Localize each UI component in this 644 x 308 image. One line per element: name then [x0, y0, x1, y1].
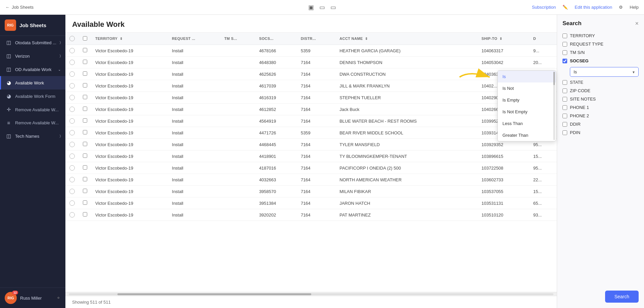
cell-acct: NORTH AMERICAN WEATHER — [335, 174, 477, 186]
pdin-checkbox[interactable] — [562, 130, 567, 135]
row-checkbox[interactable] — [83, 165, 87, 170]
row-checkbox[interactable] — [83, 60, 87, 64]
sidebar-item-remove-aw1[interactable]: ✛ Remove Available W... — [0, 103, 65, 116]
dropdown-option-is-not[interactable]: Is Not — [498, 82, 556, 94]
topbar-back-button[interactable]: ← Job Sheets — [5, 5, 34, 10]
avatar[interactable]: RIG 12 — [5, 292, 17, 304]
bell-icon[interactable]: ⚬ — [56, 295, 61, 301]
row-circle[interactable] — [69, 48, 75, 53]
table-row: Victor Escobedo-19 Install 4648380 7164 … — [65, 57, 557, 68]
row-circle[interactable] — [69, 107, 75, 112]
cell-socs: 4187016 — [255, 162, 297, 174]
dropdown-option-less-than[interactable]: Less Than — [498, 118, 556, 129]
row-circle[interactable] — [69, 83, 75, 88]
request-type-checkbox[interactable] — [562, 42, 567, 47]
table-row: Victor Escobedo-19 Install 4617039 7164 … — [65, 80, 557, 92]
cell-d: 20... — [529, 57, 557, 68]
row-checkbox[interactable] — [83, 83, 87, 87]
dropdown-option-is-empty[interactable]: Is Empty — [498, 94, 556, 106]
sidebar-item-available-work[interactable]: ◕ Available Work — [0, 76, 65, 89]
row-circle[interactable] — [69, 118, 75, 124]
row-circle[interactable] — [69, 71, 75, 77]
row-checkbox[interactable] — [83, 130, 87, 134]
sidebar-item-tech-names-label: Tech Names — [15, 134, 39, 139]
remove-aw1-icon: ✛ — [6, 107, 12, 113]
row-circle[interactable] — [69, 130, 75, 135]
dropdown-option-is[interactable]: Is — [498, 71, 556, 82]
sidebar-item-tech-names[interactable]: ◫ Tech Names 〉 — [0, 129, 65, 143]
row-checkbox[interactable] — [83, 107, 87, 111]
zip-code-checkbox[interactable] — [562, 88, 567, 93]
topbar-right: Subscription ✏️ Edit this application ⚙ … — [532, 5, 639, 10]
phone2-checkbox[interactable] — [562, 114, 567, 118]
mobile-icon[interactable]: ▭ — [330, 4, 336, 11]
remove-aw2-icon: ≡ — [6, 120, 12, 126]
sidebar-item-available-work-form[interactable]: ◕ Available Work Form — [0, 89, 65, 103]
cell-tms — [220, 127, 255, 139]
row-checkbox[interactable] — [83, 71, 87, 76]
socseg-checkbox[interactable] — [562, 59, 567, 63]
edit-application-link[interactable]: Edit this application — [575, 5, 612, 10]
row-checkbox[interactable] — [83, 212, 87, 217]
sidebar-item-otodata[interactable]: ◫ Otodata Submitted ... 〉 — [0, 36, 65, 49]
help-label[interactable]: Help — [630, 5, 639, 10]
row-checkbox[interactable] — [83, 189, 87, 193]
cell-socs: 4617039 — [255, 80, 297, 92]
row-circle[interactable] — [69, 189, 75, 194]
data-table: TERRITORY ⇕ REQUEST ... TM S... SOCS... … — [65, 33, 557, 221]
row-circle[interactable] — [69, 60, 75, 65]
select-all-checkbox[interactable] — [83, 36, 87, 41]
row-circle[interactable] — [69, 95, 75, 100]
cell-distr: 7164 — [297, 92, 336, 104]
row-checkbox[interactable] — [83, 48, 87, 52]
state-checkbox[interactable] — [562, 80, 567, 85]
sidebar-item-verizon[interactable]: ◫ Verizon 〉 — [0, 49, 65, 63]
table-wrapper[interactable]: TERRITORY ⇕ REQUEST ... TM S... SOCS... … — [65, 33, 557, 292]
cell-acct: PACIFICORP I ONEIDA (2) 500 — [335, 162, 477, 174]
sidebar-item-available-work-form-label: Available Work Form — [15, 94, 55, 99]
row-checkbox[interactable] — [83, 177, 87, 181]
sidebar-item-od-available[interactable]: ◫ OD Available Work ⌄ — [0, 63, 65, 76]
site-notes-checkbox[interactable] — [562, 97, 567, 102]
dropdown-option-is-not-empty[interactable]: Is Not Empty — [498, 106, 556, 118]
horizontal-scrollbar[interactable] — [65, 292, 557, 296]
cell-request: Install — [168, 150, 220, 162]
monitor-icon[interactable]: ▣ — [308, 4, 314, 11]
tablet-icon[interactable]: ▭ — [319, 4, 325, 11]
subscription-link[interactable]: Subscription — [532, 5, 556, 10]
verizon-icon: ◫ — [6, 53, 12, 59]
row-settings-icon[interactable] — [69, 36, 75, 41]
ddir-checkbox[interactable] — [562, 122, 567, 127]
row-circle[interactable] — [69, 142, 75, 147]
col-territory: TERRITORY ⇕ — [91, 33, 168, 45]
tm-sn-checkbox[interactable] — [562, 50, 567, 55]
sidebar-brand: RIG Job Sheets — [0, 15, 65, 36]
cell-request: Install — [168, 57, 220, 68]
cell-ship: 104053042 — [478, 57, 529, 68]
row-checkbox[interactable] — [83, 200, 87, 205]
row-circle[interactable] — [69, 177, 75, 182]
dropdown-scrollbar[interactable] — [553, 72, 555, 140]
row-circle[interactable] — [69, 212, 75, 218]
cell-socs: 3920202 — [255, 209, 297, 221]
chevron-right-icon3: 〉 — [60, 134, 61, 138]
row-checkbox[interactable] — [83, 95, 87, 99]
cell-acct: JARON HATCH — [335, 197, 477, 209]
row-checkbox[interactable] — [83, 142, 87, 146]
socseg-dropdown[interactable]: Is Is Not Is Empty Is Not Empty Less Tha… — [570, 67, 639, 77]
close-button[interactable]: × — [635, 20, 639, 26]
sidebar-item-remove-aw2[interactable]: ≡ Remove Available W... — [0, 116, 65, 129]
phone1-checkbox[interactable] — [562, 105, 567, 110]
cell-socs: 4471726 — [255, 127, 297, 139]
territory-checkbox[interactable] — [562, 34, 567, 38]
dropdown-option-greater-than[interactable]: Greater Than — [498, 129, 556, 141]
row-checkbox[interactable] — [83, 153, 87, 158]
row-circle[interactable] — [69, 153, 75, 159]
search-button[interactable]: Search — [605, 291, 639, 303]
cell-tms — [220, 186, 255, 197]
row-circle[interactable] — [69, 165, 75, 171]
row-checkbox[interactable] — [83, 118, 87, 123]
row-circle[interactable] — [69, 200, 75, 206]
col-ship: SHIP-TO ⇕ — [478, 33, 529, 45]
col-distr: DISTR... — [297, 33, 336, 45]
